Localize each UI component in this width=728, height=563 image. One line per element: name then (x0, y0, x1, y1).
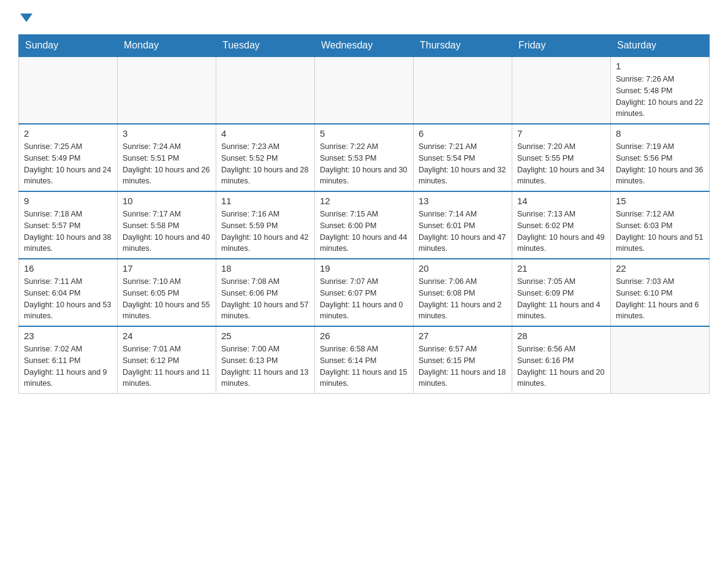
calendar-cell (512, 56, 611, 124)
logo (18, 12, 32, 22)
page-header (18, 12, 710, 22)
day-info: Sunrise: 7:13 AM Sunset: 6:02 PM Dayligh… (517, 209, 605, 255)
week-row-3: 9Sunrise: 7:18 AM Sunset: 5:57 PM Daylig… (19, 191, 710, 259)
calendar-cell: 10Sunrise: 7:17 AM Sunset: 5:58 PM Dayli… (118, 191, 216, 259)
column-header-friday: Friday (512, 35, 611, 57)
day-number: 8 (616, 128, 704, 139)
week-row-4: 16Sunrise: 7:11 AM Sunset: 6:04 PM Dayli… (19, 259, 710, 326)
day-info: Sunrise: 7:23 AM Sunset: 5:52 PM Dayligh… (221, 141, 309, 187)
calendar-cell: 23Sunrise: 7:02 AM Sunset: 6:11 PM Dayli… (19, 326, 118, 394)
day-info: Sunrise: 7:12 AM Sunset: 6:03 PM Dayligh… (616, 209, 704, 255)
day-info: Sunrise: 7:22 AM Sunset: 5:53 PM Dayligh… (320, 141, 408, 187)
calendar-cell: 11Sunrise: 7:16 AM Sunset: 5:59 PM Dayli… (216, 191, 315, 259)
day-number: 12 (320, 196, 408, 206)
calendar-cell: 15Sunrise: 7:12 AM Sunset: 6:03 PM Dayli… (611, 191, 710, 259)
day-info: Sunrise: 7:08 AM Sunset: 6:06 PM Dayligh… (221, 276, 309, 322)
calendar-cell: 1Sunrise: 7:26 AM Sunset: 5:48 PM Daylig… (611, 56, 710, 124)
day-number: 21 (517, 263, 605, 274)
calendar-cell: 12Sunrise: 7:15 AM Sunset: 6:00 PM Dayli… (315, 191, 414, 259)
day-number: 25 (221, 331, 309, 341)
calendar-cell: 8Sunrise: 7:19 AM Sunset: 5:56 PM Daylig… (611, 124, 710, 191)
day-number: 3 (123, 128, 211, 139)
day-number: 4 (221, 128, 309, 139)
day-info: Sunrise: 7:02 AM Sunset: 6:11 PM Dayligh… (24, 343, 112, 389)
logo-arrow-icon (20, 13, 32, 22)
calendar-cell: 6Sunrise: 7:21 AM Sunset: 5:54 PM Daylig… (414, 124, 512, 191)
day-number: 17 (123, 263, 211, 274)
day-info: Sunrise: 6:57 AM Sunset: 6:15 PM Dayligh… (419, 343, 507, 389)
calendar-cell: 20Sunrise: 7:06 AM Sunset: 6:08 PM Dayli… (414, 259, 512, 326)
day-info: Sunrise: 7:01 AM Sunset: 6:12 PM Dayligh… (123, 343, 211, 389)
calendar-cell (315, 56, 414, 124)
day-number: 20 (419, 263, 507, 274)
calendar-cell: 13Sunrise: 7:14 AM Sunset: 6:01 PM Dayli… (414, 191, 512, 259)
day-number: 26 (320, 331, 408, 341)
calendar-cell: 17Sunrise: 7:10 AM Sunset: 6:05 PM Dayli… (118, 259, 216, 326)
calendar-cell: 26Sunrise: 6:58 AM Sunset: 6:14 PM Dayli… (315, 326, 414, 394)
day-number: 10 (123, 196, 211, 206)
day-number: 1 (616, 61, 704, 71)
day-number: 22 (616, 263, 704, 274)
day-info: Sunrise: 7:06 AM Sunset: 6:08 PM Dayligh… (419, 276, 507, 322)
day-info: Sunrise: 7:07 AM Sunset: 6:07 PM Dayligh… (320, 276, 408, 322)
column-header-tuesday: Tuesday (216, 35, 315, 57)
day-number: 23 (24, 331, 112, 341)
calendar-cell: 18Sunrise: 7:08 AM Sunset: 6:06 PM Dayli… (216, 259, 315, 326)
day-info: Sunrise: 6:58 AM Sunset: 6:14 PM Dayligh… (320, 343, 408, 389)
day-number: 16 (24, 263, 112, 274)
day-number: 11 (221, 196, 309, 206)
column-header-saturday: Saturday (611, 35, 710, 57)
day-number: 13 (419, 196, 507, 206)
calendar-cell: 21Sunrise: 7:05 AM Sunset: 6:09 PM Dayli… (512, 259, 611, 326)
day-info: Sunrise: 7:25 AM Sunset: 5:49 PM Dayligh… (24, 141, 112, 187)
week-row-1: 1Sunrise: 7:26 AM Sunset: 5:48 PM Daylig… (19, 56, 710, 124)
column-header-monday: Monday (118, 35, 216, 57)
day-number: 2 (24, 128, 112, 139)
calendar-cell (19, 56, 118, 124)
calendar-cell (118, 56, 216, 124)
day-info: Sunrise: 7:19 AM Sunset: 5:56 PM Dayligh… (616, 141, 704, 187)
day-info: Sunrise: 7:26 AM Sunset: 5:48 PM Dayligh… (616, 74, 704, 120)
day-info: Sunrise: 7:21 AM Sunset: 5:54 PM Dayligh… (419, 141, 507, 187)
day-number: 5 (320, 128, 408, 139)
day-number: 18 (221, 263, 309, 274)
day-info: Sunrise: 7:03 AM Sunset: 6:10 PM Dayligh… (616, 276, 704, 322)
day-info: Sunrise: 7:00 AM Sunset: 6:13 PM Dayligh… (221, 343, 309, 389)
day-info: Sunrise: 6:56 AM Sunset: 6:16 PM Dayligh… (517, 343, 605, 389)
calendar-cell: 24Sunrise: 7:01 AM Sunset: 6:12 PM Dayli… (118, 326, 216, 394)
calendar-cell: 3Sunrise: 7:24 AM Sunset: 5:51 PM Daylig… (118, 124, 216, 191)
day-number: 28 (517, 331, 605, 341)
calendar-cell: 27Sunrise: 6:57 AM Sunset: 6:15 PM Dayli… (414, 326, 512, 394)
column-header-wednesday: Wednesday (315, 35, 414, 57)
day-number: 15 (616, 196, 704, 206)
day-info: Sunrise: 7:17 AM Sunset: 5:58 PM Dayligh… (123, 209, 211, 255)
week-row-2: 2Sunrise: 7:25 AM Sunset: 5:49 PM Daylig… (19, 124, 710, 191)
day-number: 9 (24, 196, 112, 206)
day-number: 24 (123, 331, 211, 341)
day-number: 7 (517, 128, 605, 139)
calendar-cell: 4Sunrise: 7:23 AM Sunset: 5:52 PM Daylig… (216, 124, 315, 191)
day-info: Sunrise: 7:15 AM Sunset: 6:00 PM Dayligh… (320, 209, 408, 255)
calendar-cell (611, 326, 710, 394)
calendar-cell: 22Sunrise: 7:03 AM Sunset: 6:10 PM Dayli… (611, 259, 710, 326)
day-number: 6 (419, 128, 507, 139)
day-info: Sunrise: 7:05 AM Sunset: 6:09 PM Dayligh… (517, 276, 605, 322)
day-info: Sunrise: 7:24 AM Sunset: 5:51 PM Dayligh… (123, 141, 211, 187)
calendar-cell (216, 56, 315, 124)
calendar-cell: 28Sunrise: 6:56 AM Sunset: 6:16 PM Dayli… (512, 326, 611, 394)
day-info: Sunrise: 7:11 AM Sunset: 6:04 PM Dayligh… (24, 276, 112, 322)
calendar-cell: 25Sunrise: 7:00 AM Sunset: 6:13 PM Dayli… (216, 326, 315, 394)
calendar-cell: 19Sunrise: 7:07 AM Sunset: 6:07 PM Dayli… (315, 259, 414, 326)
day-info: Sunrise: 7:16 AM Sunset: 5:59 PM Dayligh… (221, 209, 309, 255)
calendar-cell: 14Sunrise: 7:13 AM Sunset: 6:02 PM Dayli… (512, 191, 611, 259)
day-info: Sunrise: 7:18 AM Sunset: 5:57 PM Dayligh… (24, 209, 112, 255)
calendar-cell: 5Sunrise: 7:22 AM Sunset: 5:53 PM Daylig… (315, 124, 414, 191)
calendar-cell (414, 56, 512, 124)
day-info: Sunrise: 7:14 AM Sunset: 6:01 PM Dayligh… (419, 209, 507, 255)
calendar-header-row: SundayMondayTuesdayWednesdayThursdayFrid… (19, 35, 710, 57)
calendar-cell: 9Sunrise: 7:18 AM Sunset: 5:57 PM Daylig… (19, 191, 118, 259)
calendar-cell: 2Sunrise: 7:25 AM Sunset: 5:49 PM Daylig… (19, 124, 118, 191)
day-info: Sunrise: 7:20 AM Sunset: 5:55 PM Dayligh… (517, 141, 605, 187)
column-header-thursday: Thursday (414, 35, 512, 57)
calendar-cell: 7Sunrise: 7:20 AM Sunset: 5:55 PM Daylig… (512, 124, 611, 191)
